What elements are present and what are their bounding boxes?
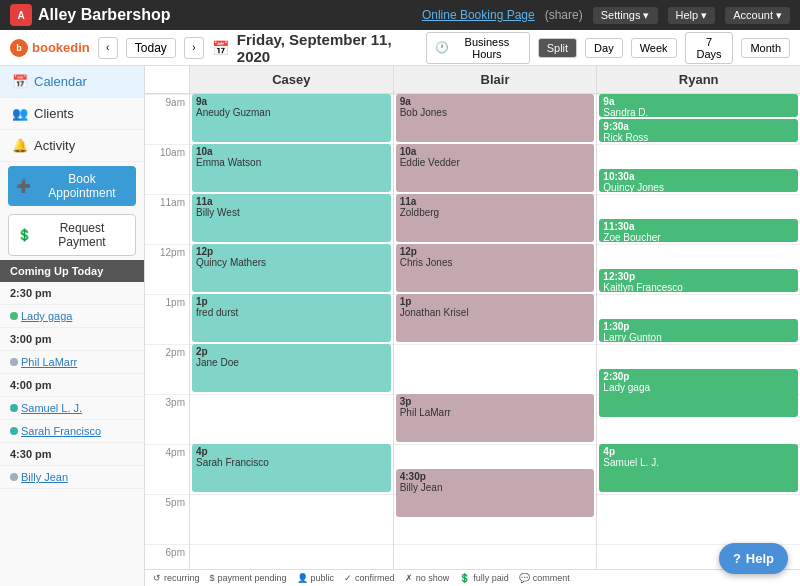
business-hours-button[interactable]: 🕐 Business Hours — [426, 32, 530, 64]
legend-icon: $ — [210, 573, 215, 583]
bookedin-logo: b bookedin — [10, 39, 90, 57]
coming-up-list: 2:30 pmLady gaga3:00 pmPhil LaMarr4:00 p… — [0, 282, 144, 489]
appointment[interactable]: 10aEmma Watson — [192, 144, 391, 192]
appointment[interactable]: 11:30aZoe Boucher — [599, 219, 798, 242]
coming-up-name[interactable]: Phil LaMarr — [0, 351, 144, 374]
appointment[interactable]: 1pfred durst — [192, 294, 391, 342]
share-link[interactable]: (share) — [545, 8, 583, 22]
request-payment-button[interactable]: 💲 Request Payment — [8, 214, 136, 256]
split-view-button[interactable]: Split — [538, 38, 577, 58]
sidebar-item-activity[interactable]: 🔔 Activity — [0, 130, 144, 162]
book-appointment-button[interactable]: ➕ Book Appointment — [8, 166, 136, 206]
coming-up-time: 4:30 pm — [0, 443, 144, 466]
account-button[interactable]: Account ▾ — [725, 7, 790, 24]
hour-line — [190, 544, 393, 569]
appointment[interactable]: 4pSarah Francisco — [192, 444, 391, 492]
legend-icon: ✓ — [344, 573, 352, 583]
time-label: 1pm — [145, 294, 189, 344]
time-label: 12pm — [145, 244, 189, 294]
time-label: 6pm — [145, 544, 189, 569]
legend-item: 👤 public — [297, 573, 335, 583]
coming-up-time: 4:00 pm — [0, 374, 144, 397]
staff-casey: Casey — [190, 66, 394, 93]
week-view-button[interactable]: Week — [631, 38, 677, 58]
hour-line — [394, 544, 597, 569]
settings-button[interactable]: Settings ▾ — [593, 7, 658, 24]
coming-up-time: 3:00 pm — [0, 328, 144, 351]
legend-icon: ↺ — [153, 573, 161, 583]
clients-icon: 👥 — [12, 106, 28, 121]
app-logo: A Alley Barbershop — [10, 4, 170, 26]
appointment[interactable]: 2pJane Doe — [192, 344, 391, 392]
hour-line — [190, 494, 393, 544]
appointment[interactable]: 9aSandra D. — [599, 94, 798, 117]
help-fab-button[interactable]: ? Help — [719, 543, 788, 574]
logo-icon: A — [10, 4, 32, 26]
coming-up-name[interactable]: Billy Jean — [0, 466, 144, 489]
coming-up-name[interactable]: Sarah Francisco — [0, 420, 144, 443]
sidebar-item-clients[interactable]: 👥 Clients — [0, 98, 144, 130]
activity-icon: 🔔 — [12, 138, 28, 153]
appointment[interactable]: 4:30pBilly Jean — [396, 469, 595, 517]
appointment[interactable]: 3pPhil LaMarr — [396, 394, 595, 442]
calendar-area: Casey Blair Ryann 9am10am11am12pm1pm2pm3… — [145, 66, 800, 586]
legend-item: ✓ confirmed — [344, 573, 395, 583]
appointment[interactable]: 10:30aQuincy Jones — [599, 169, 798, 192]
legend-item: ↺ recurring — [153, 573, 200, 583]
appointment[interactable]: 9aBob Jones — [396, 94, 595, 142]
current-date: Friday, September 11, 2020 — [237, 31, 410, 65]
time-gutter-header — [145, 66, 190, 93]
app-title: Alley Barbershop — [38, 6, 170, 24]
help-button[interactable]: Help ▾ — [668, 7, 716, 24]
coming-up-name[interactable]: Samuel L. J. — [0, 397, 144, 420]
appointment[interactable]: 12:30pKaitlyn Francesco — [599, 269, 798, 292]
online-booking-link[interactable]: Online Booking Page — [422, 8, 535, 22]
appointment[interactable]: 9:30aRick Ross — [599, 119, 798, 142]
appointment[interactable]: 9aAneudy Guzman — [192, 94, 391, 142]
appointment[interactable]: 1:30pLarry Gunton — [599, 319, 798, 342]
dollar-icon: 💲 — [17, 228, 32, 242]
hour-line — [190, 394, 393, 444]
top-navigation: A Alley Barbershop Online Booking Page (… — [0, 0, 800, 30]
coming-up-header: Coming Up Today — [0, 260, 144, 282]
time-column: 9am10am11am12pm1pm2pm3pm4pm5pm6pm — [145, 94, 190, 569]
sidebar-item-calendar[interactable]: 📅 Calendar — [0, 66, 144, 98]
hour-line — [394, 344, 597, 394]
appointment[interactable]: 12pChris Jones — [396, 244, 595, 292]
month-view-button[interactable]: Month — [741, 38, 790, 58]
sidebar: 📅 Calendar 👥 Clients 🔔 Activity ➕ Book A… — [0, 66, 145, 586]
legend-item: 💲 fully paid — [459, 573, 509, 583]
appointment[interactable]: 4pSamuel L. J. — [599, 444, 798, 492]
next-arrow[interactable]: › — [184, 37, 204, 59]
time-label: 5pm — [145, 494, 189, 544]
seven-day-button[interactable]: 7 Days — [685, 32, 734, 64]
coming-up-time: 2:30 pm — [0, 282, 144, 305]
main-layout: 📅 Calendar 👥 Clients 🔔 Activity ➕ Book A… — [0, 66, 800, 586]
blair-column: 9aBob Jones10aEddie Vedder11aZoldberg12p… — [394, 94, 598, 569]
staff-ryann: Ryann — [597, 66, 800, 93]
time-label: 9am — [145, 94, 189, 144]
time-label: 2pm — [145, 344, 189, 394]
legend-item: 💬 comment — [519, 573, 570, 583]
staff-blair: Blair — [394, 66, 598, 93]
sidebar-activity-label: Activity — [34, 138, 75, 153]
help-circle-icon: ? — [733, 551, 741, 566]
today-button[interactable]: Today — [126, 38, 176, 58]
legend-icon: 💬 — [519, 573, 530, 583]
coming-up-name[interactable]: Lady gaga — [0, 305, 144, 328]
appointment[interactable]: 10aEddie Vedder — [396, 144, 595, 192]
appointment[interactable]: 12pQuincy Mathers — [192, 244, 391, 292]
calendar-sidebar-icon: 📅 — [12, 74, 28, 89]
appointment[interactable]: 11aZoldberg — [396, 194, 595, 242]
time-label: 4pm — [145, 444, 189, 494]
appointment[interactable]: 1pJonathan Krisel — [396, 294, 595, 342]
sidebar-calendar-label: Calendar — [34, 74, 87, 89]
help-fab-label: Help — [746, 551, 774, 566]
prev-arrow[interactable]: ‹ — [98, 37, 118, 59]
appointment[interactable]: 2:30pLady gaga — [599, 369, 798, 417]
legend-icon: ✗ — [405, 573, 413, 583]
day-view-button[interactable]: Day — [585, 38, 623, 58]
appointment[interactable]: 11aBilly West — [192, 194, 391, 242]
calendar-body[interactable]: 9am10am11am12pm1pm2pm3pm4pm5pm6pm 9aAneu… — [145, 94, 800, 569]
time-label: 3pm — [145, 394, 189, 444]
